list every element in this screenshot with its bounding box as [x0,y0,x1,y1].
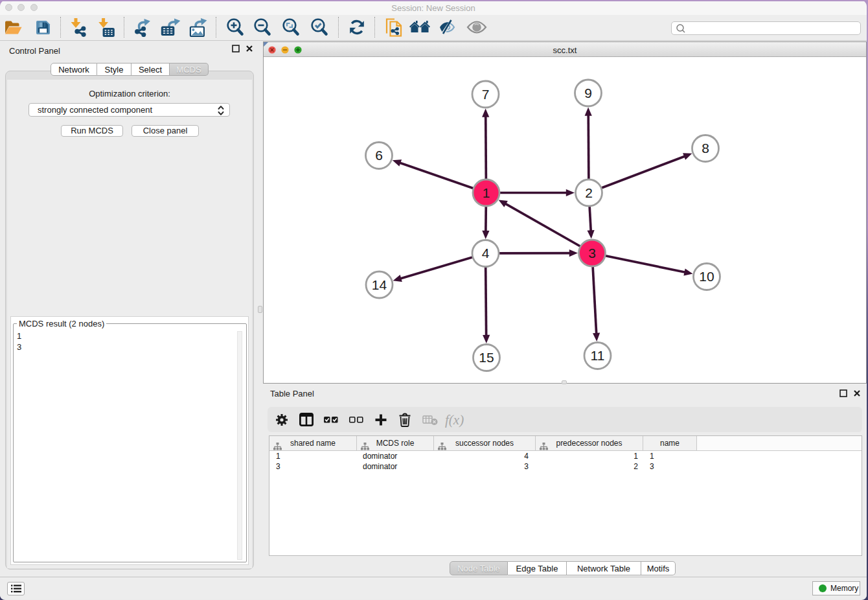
svg-text:1: 1 [483,185,490,200]
svg-text:3: 3 [588,246,596,260]
svg-text:4: 4 [482,246,490,260]
svg-text:10: 10 [699,269,714,284]
svg-text:7: 7 [482,87,490,102]
svg-text:14: 14 [372,277,387,292]
svg-text:15: 15 [479,350,494,365]
svg-text:8: 8 [702,141,709,156]
svg-text:9: 9 [584,86,592,100]
svg-text:2: 2 [585,185,593,200]
svg-text:6: 6 [375,148,383,163]
svg-text:11: 11 [591,348,605,363]
